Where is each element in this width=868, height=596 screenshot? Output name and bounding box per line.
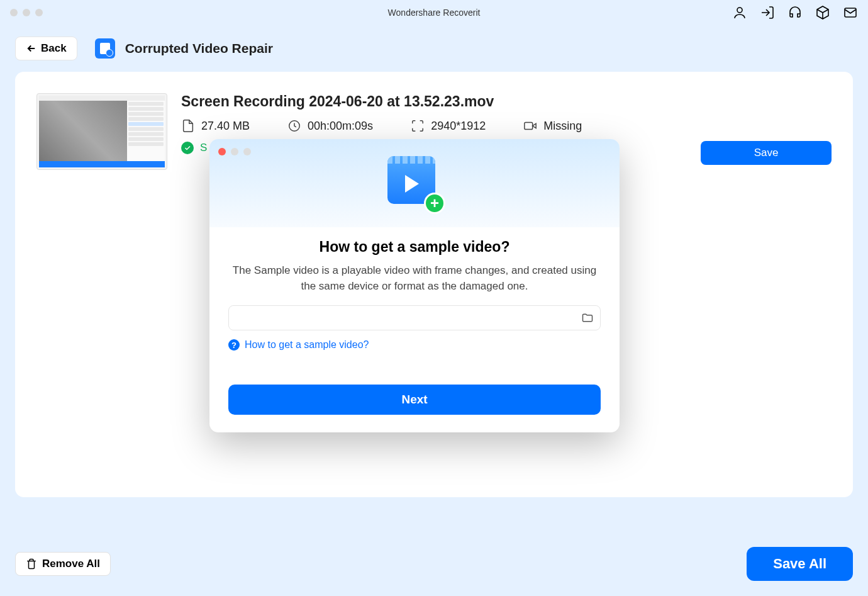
- back-button[interactable]: Back: [15, 37, 77, 60]
- help-link[interactable]: How to get a sample video?: [245, 339, 369, 351]
- save-all-button[interactable]: Save All: [747, 547, 853, 581]
- file-resolution: 2940*1912: [431, 120, 486, 133]
- video-thumbnail[interactable]: [36, 93, 167, 170]
- remove-all-button[interactable]: Remove All: [15, 552, 111, 576]
- clock-icon: [287, 119, 301, 133]
- modal-maximize-button: [243, 148, 251, 155]
- help-icon: ?: [228, 339, 240, 351]
- minimize-window-button[interactable]: [23, 9, 30, 16]
- file-duration: 00h:00m:09s: [308, 120, 373, 133]
- file-name: Screen Recording 2024-06-20 at 13.52.23.…: [181, 93, 687, 110]
- back-label: Back: [41, 42, 67, 55]
- file-camera: Missing: [543, 120, 582, 133]
- svg-rect-1: [845, 8, 856, 17]
- mail-icon[interactable]: [843, 5, 858, 20]
- chevron-left-icon: [26, 43, 37, 54]
- modal-minimize-button: [231, 148, 238, 155]
- maximize-window-button[interactable]: [35, 9, 43, 16]
- status-check-icon: [181, 142, 194, 154]
- add-sample-video-icon: +: [387, 156, 442, 210]
- file-icon: [181, 119, 195, 133]
- file-size: 27.40 MB: [201, 120, 250, 133]
- modal-description: The Sample video is a playable video wit…: [228, 263, 601, 294]
- svg-rect-3: [525, 123, 533, 130]
- page-icon: [95, 38, 115, 59]
- page-title: Corrupted Video Repair: [125, 41, 273, 56]
- close-window-button[interactable]: [10, 9, 18, 16]
- svg-point-0: [737, 8, 742, 13]
- app-title: Wondershare Recoverit: [388, 8, 481, 18]
- support-icon[interactable]: [787, 5, 803, 20]
- package-icon[interactable]: [815, 5, 830, 20]
- sample-path-input[interactable]: [235, 313, 581, 323]
- user-icon[interactable]: [732, 5, 747, 20]
- sample-video-modal: + How to get a sample video? The Sample …: [209, 139, 620, 432]
- next-button[interactable]: Next: [228, 385, 601, 415]
- window-traffic-lights[interactable]: [10, 9, 43, 16]
- remove-all-label: Remove All: [42, 558, 100, 570]
- dimensions-icon: [411, 119, 425, 133]
- login-icon[interactable]: [760, 5, 775, 20]
- camera-icon: [523, 119, 537, 133]
- save-button[interactable]: Save: [701, 141, 832, 165]
- trash-icon: [26, 558, 37, 570]
- modal-close-button[interactable]: [218, 148, 226, 155]
- folder-icon[interactable]: [581, 312, 594, 324]
- modal-title: How to get a sample video?: [228, 239, 601, 256]
- sample-path-field[interactable]: [228, 305, 601, 330]
- status-text: S: [200, 142, 207, 154]
